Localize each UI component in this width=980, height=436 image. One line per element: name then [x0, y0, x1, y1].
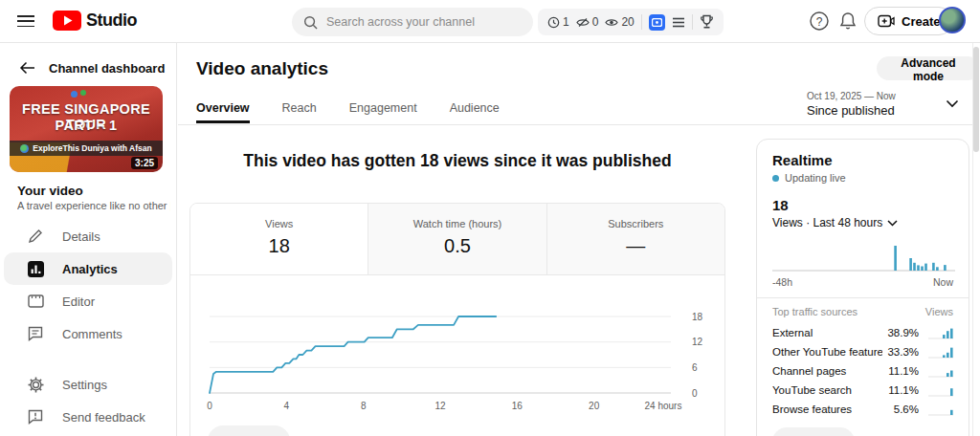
- notifications-icon[interactable]: [838, 11, 858, 32]
- sidebar-item-send-feedback[interactable]: Send feedback: [4, 401, 172, 433]
- eye-icon: [605, 17, 618, 28]
- svg-text:6: 6: [692, 362, 698, 373]
- svg-text:24 hours: 24 hours: [645, 401, 682, 411]
- live-dot-icon: [772, 175, 779, 182]
- hidden-views-stat: 0: [576, 15, 599, 29]
- analytics-icon: [27, 260, 44, 277]
- traffic-sparkline: [924, 364, 953, 378]
- realtime-title: Realtime: [772, 152, 953, 168]
- realtime-metric-selector[interactable]: Views · Last 48 hours: [772, 216, 953, 229]
- advanced-mode-button[interactable]: Advanced mode: [877, 56, 980, 80]
- realtime-axis-labels: -48h Now: [772, 276, 953, 288]
- realtime-bar-chart[interactable]: [772, 242, 955, 274]
- youtube-studio-logo[interactable]: Studio: [53, 11, 137, 31]
- traffic-row-youtube-search[interactable]: YouTube search 11.1%: [772, 381, 953, 400]
- traffic-row-browse-features[interactable]: Browse features 5.6%: [772, 400, 953, 419]
- sidebar-item-comments[interactable]: Comments: [4, 317, 172, 350]
- sidebar-item-analytics[interactable]: Analytics: [4, 252, 172, 285]
- svg-text:12: 12: [434, 401, 446, 411]
- metric-label: Views: [190, 218, 368, 229]
- video-duration-badge: 3:25: [131, 157, 158, 169]
- date-range-selector[interactable]: Oct 19, 2025 — Now Since published: [807, 91, 896, 118]
- sidebar-item-settings[interactable]: Settings: [4, 368, 172, 401]
- axis-start-label: -48h: [772, 276, 792, 288]
- traffic-sparkline: [924, 383, 953, 397]
- metric-tabs: Views 18 Watch time (hours) 0.5 Subscrib…: [190, 204, 724, 275]
- traffic-row-other-youtube-features[interactable]: Other YouTube features 33.3%: [772, 342, 953, 361]
- traffic-sparkline: [924, 326, 953, 339]
- realtime-metric-label: Views · Last 48 hours: [772, 216, 882, 229]
- account-avatar[interactable]: [939, 7, 966, 33]
- svg-text:4: 4: [284, 401, 290, 411]
- extension-badge-icon[interactable]: [649, 14, 665, 31]
- traffic-table-header: Top traffic sources Views: [772, 306, 953, 323]
- create-label: Create: [902, 14, 940, 29]
- metric-tab-watch-time[interactable]: Watch time (hours) 0.5: [368, 204, 546, 274]
- tab-audience[interactable]: Audience: [450, 101, 500, 123]
- svg-text:?: ?: [816, 15, 823, 29]
- video-thumbnail[interactable]: FREE SINGAPORE TOUR PART – 1 ExploreThis…: [10, 86, 163, 172]
- traffic-row-external[interactable]: External 38.9%: [772, 323, 953, 342]
- menu-icon[interactable]: [17, 15, 34, 28]
- balloon-icon: [80, 90, 86, 96]
- tab-reach[interactable]: Reach: [282, 101, 317, 123]
- sidebar-item-label: Comments: [62, 327, 122, 341]
- eye-off-icon: [576, 17, 590, 28]
- chevron-down-icon[interactable]: [946, 99, 959, 108]
- sidebar-item-label: Details: [62, 229, 100, 244]
- divider: [178, 124, 972, 125]
- pencil-icon: [27, 228, 44, 245]
- svg-text:0: 0: [692, 388, 698, 399]
- metric-tab-views[interactable]: Views 18: [190, 204, 368, 274]
- scrollbar-thumb[interactable]: [973, 47, 979, 152]
- list-icon[interactable]: [672, 17, 685, 28]
- video-title-text: A travel experience like no other | Di..…: [17, 200, 170, 211]
- search-input[interactable]: [326, 15, 518, 29]
- tab-engagement[interactable]: Engagement: [349, 101, 417, 123]
- youtube-play-icon: [53, 11, 81, 31]
- editor-icon: [27, 293, 44, 310]
- watch-time-stat: 1: [547, 15, 569, 29]
- back-arrow-icon: [19, 61, 35, 75]
- thumbnail-title-line2: PART – 1: [10, 118, 163, 133]
- card-see-more-button[interactable]: See more: [208, 425, 290, 436]
- views-line-chart[interactable]: 06121804812162024 hours: [190, 288, 724, 417]
- svg-text:12: 12: [692, 337, 703, 347]
- sidebar-footer-menu: Settings Send feedback: [0, 368, 176, 433]
- sidebar-item-details[interactable]: Details: [4, 220, 172, 252]
- metric-tab-subscribers[interactable]: Subscribers —: [546, 204, 724, 274]
- back-label: Channel dashboard: [49, 61, 165, 76]
- trophy-icon[interactable]: [700, 14, 714, 30]
- page-title: Video analytics: [196, 58, 328, 79]
- traffic-sparkline: [924, 345, 953, 359]
- traffic-sparkline: [924, 403, 953, 416]
- tab-overview[interactable]: Overview: [196, 101, 250, 123]
- analytics-tabs: Overview Reach Engagement Audience: [196, 101, 500, 123]
- svg-text:18: 18: [692, 312, 703, 322]
- help-icon[interactable]: ?: [809, 11, 830, 32]
- views-stat: 20: [605, 15, 634, 29]
- metric-value: —: [547, 235, 724, 257]
- sidebar-item-label: Analytics: [62, 262, 118, 276]
- metric-value: 0.5: [368, 235, 546, 257]
- extension-stats-pill[interactable]: 1 0 20: [538, 9, 724, 35]
- sidebar-item-label: Settings: [62, 378, 107, 392]
- balloon-icon: [71, 91, 78, 98]
- divider: [641, 14, 642, 30]
- svg-text:20: 20: [589, 401, 600, 411]
- gear-icon: [27, 376, 44, 393]
- search-bar[interactable]: [292, 8, 533, 36]
- brand-text: Studio: [86, 11, 137, 31]
- sidebar-item-editor[interactable]: Editor: [4, 285, 172, 317]
- axis-end-label: Now: [933, 276, 953, 288]
- metric-label: Subscribers: [547, 218, 724, 229]
- feedback-icon: [27, 408, 44, 425]
- analytics-chart-card: Views 18 Watch time (hours) 0.5 Subscrib…: [189, 203, 725, 436]
- back-to-dashboard[interactable]: Channel dashboard: [0, 54, 176, 81]
- realtime-see-more-button[interactable]: See more: [772, 427, 855, 436]
- svg-text:8: 8: [361, 401, 367, 411]
- traffic-row-channel-pages[interactable]: Channel pages 11.1%: [772, 361, 953, 381]
- scrollbar[interactable]: [972, 43, 980, 436]
- summary-headline: This video has gotten 18 views since it …: [189, 151, 725, 171]
- sidebar-section-title: Your video: [17, 184, 83, 198]
